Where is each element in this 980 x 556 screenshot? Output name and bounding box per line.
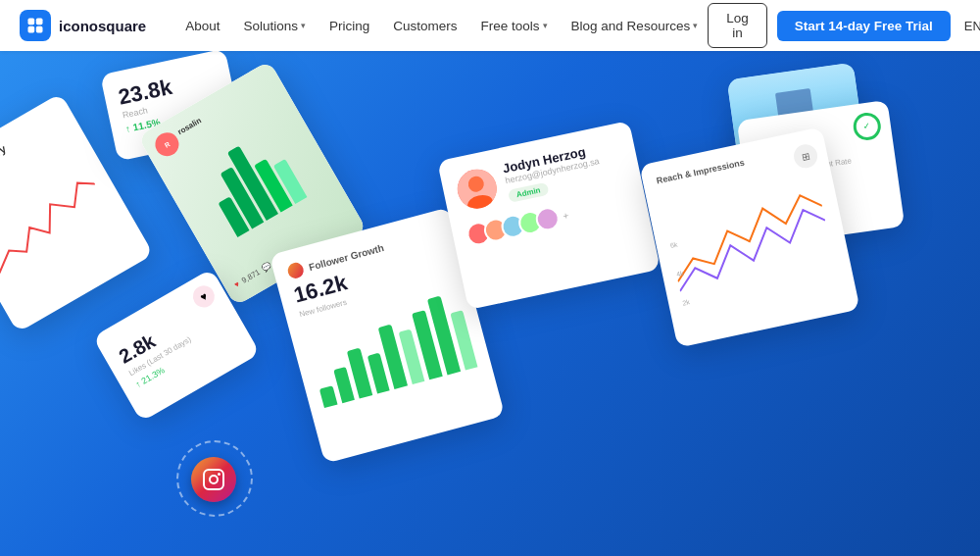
nav-actions: Log in Start 14-day Free Trial EN ▾ [708,3,980,48]
reach-impressions-card: Reach & Impressions 2k 4k 6k ⊞ [639,126,859,347]
user-avatar [454,165,500,211]
svg-text:6k: 6k [669,240,678,248]
nav-freetools[interactable]: Free tools ▾ [471,13,558,39]
svg-point-11 [210,476,218,483]
freetools-chevron-icon: ▾ [543,21,548,30]
svg-rect-3 [36,26,43,33]
hero-section: Likes History 23.8k Likes 23.8k Reach ↑ … [0,51,980,556]
user-card: Jodyn Herzog herzog@jodynherzog.sa Admin… [437,121,661,310]
svg-rect-2 [28,26,35,33]
navbar: iconosquare About Solutions ▾ Pricing Cu… [0,0,980,51]
post-username: rosalin [176,116,203,136]
svg-point-12 [218,473,220,476]
logo[interactable]: iconosquare [20,10,146,41]
trial-button[interactable]: Start 14-day Free Trial [777,11,951,41]
svg-rect-10 [204,470,223,489]
instagram-badge [191,457,236,502]
nav-links: About Solutions ▾ Pricing Customers Free… [175,13,708,39]
language-selector[interactable]: EN ▾ [964,19,980,33]
zigzag-chart: 2k 4k 6k [660,162,840,314]
logo-icon [20,10,51,41]
cards-area: Likes History 23.8k Likes 23.8k Reach ↑ … [0,51,980,556]
solutions-chevron-icon: ▾ [301,21,306,30]
svg-text:4k: 4k [676,270,685,278]
user-role-badge: Admin [508,182,550,203]
logo-name: iconosquare [59,18,146,34]
login-button[interactable]: Log in [708,3,767,48]
svg-rect-1 [36,19,43,25]
nav-customers[interactable]: Customers [383,13,466,39]
svg-rect-0 [28,19,35,25]
nav-solutions[interactable]: Solutions ▾ [233,13,316,39]
nav-pricing[interactable]: Pricing [319,13,379,39]
nav-about[interactable]: About [175,13,229,39]
blog-chevron-icon: ▾ [693,21,698,30]
nav-blog[interactable]: Blog and Resources ▾ [562,13,709,39]
svg-text:2k: 2k [682,298,691,306]
